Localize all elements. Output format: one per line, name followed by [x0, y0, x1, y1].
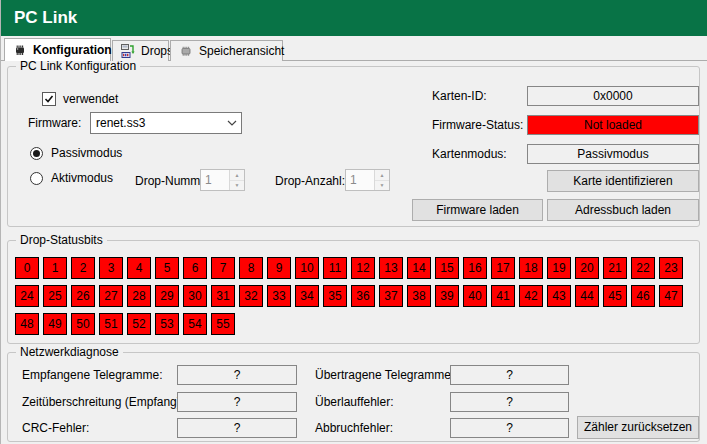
- statusbit-cell: 49: [43, 313, 67, 335]
- statusbits-grid: 0123456789101112131415161718192021222324…: [15, 257, 683, 335]
- statusbit-cell: 12: [351, 257, 375, 279]
- drop-anzahl-spinner[interactable]: 1 ▲ ▼: [345, 169, 390, 191]
- statusbit-cell: 21: [603, 257, 627, 279]
- empfangene-telegramme-value: ?: [177, 365, 297, 385]
- statusbit-cell: 14: [407, 257, 431, 279]
- statusbit-cell: 38: [407, 285, 431, 307]
- statusbit-cell: 33: [267, 285, 291, 307]
- passivmodus-radio[interactable]: Passivmodus: [30, 146, 122, 160]
- pc-link-window: PC Link Konfiguration: [0, 0, 707, 444]
- statusbit-cell: 23: [659, 257, 683, 279]
- aktivmodus-radio[interactable]: Aktivmodus: [30, 171, 113, 185]
- statusbit-cell: 54: [183, 313, 207, 335]
- statusbit-cell: 52: [127, 313, 151, 335]
- statusbit-cell: 15: [435, 257, 459, 279]
- radio-unselected-icon[interactable]: [30, 172, 43, 185]
- config-group-title: PC Link Konfiguration: [16, 59, 140, 73]
- statusbit-cell: 32: [239, 285, 263, 307]
- ueberlauffehler-label: Überlauffehler:: [315, 392, 394, 412]
- statusbit-cell: 50: [71, 313, 95, 335]
- statusbits-group: Drop-Statusbits 012345678910111213141516…: [7, 240, 700, 344]
- spinner-up-button[interactable]: ▲: [230, 170, 244, 181]
- statusbit-cell: 16: [463, 257, 487, 279]
- ueberlauffehler-value: ?: [450, 392, 569, 412]
- karte-identifizieren-button[interactable]: Karte identifizieren: [547, 170, 699, 192]
- verwendet-label: verwendet: [63, 92, 118, 106]
- statusbit-cell: 42: [519, 285, 543, 307]
- karten-id-label: Karten-ID:: [432, 86, 487, 106]
- statusbit-cell: 8: [239, 257, 263, 279]
- kartenmodus-label: Kartenmodus:: [432, 144, 507, 164]
- statusbit-cell: 48: [15, 313, 39, 335]
- statusbit-cell: 44: [575, 285, 599, 307]
- tab-konfiguration-label: Konfiguration: [33, 43, 112, 57]
- statusbit-cell: 29: [155, 285, 179, 307]
- zeitueberschreitung-value: ?: [177, 392, 297, 412]
- statusbit-cell: 6: [183, 257, 207, 279]
- statusbit-cell: 17: [491, 257, 515, 279]
- chevron-down-icon[interactable]: [223, 120, 241, 126]
- spinner-down-button[interactable]: ▼: [230, 181, 244, 191]
- statusbit-cell: 41: [491, 285, 515, 307]
- diagnostics-group-title: Netzwerkdiagnose: [16, 345, 123, 359]
- statusbit-cell: 27: [99, 285, 123, 307]
- diagnostics-group: Netzwerkdiagnose Empfangene Telegramme: …: [7, 352, 700, 442]
- checkbox-box[interactable]: [42, 92, 56, 106]
- statusbit-cell: 13: [379, 257, 403, 279]
- statusbit-cell: 19: [547, 257, 571, 279]
- statusbit-cell: 3: [99, 257, 123, 279]
- statusbit-cell: 55: [211, 313, 235, 335]
- drop-anzahl-value: 1: [346, 170, 374, 190]
- statusbit-cell: 39: [435, 285, 459, 307]
- statusbit-cell: 26: [71, 285, 95, 307]
- firmware-status-label: Firmware-Status:: [432, 115, 523, 135]
- network-drop-icon: [120, 43, 136, 59]
- checkmark-icon: [44, 94, 54, 104]
- aktivmodus-label: Aktivmodus: [51, 171, 113, 185]
- statusbit-cell: 10: [295, 257, 319, 279]
- tab-drops[interactable]: Drops: [112, 40, 169, 61]
- tab-konfiguration[interactable]: Konfiguration: [4, 38, 111, 61]
- statusbit-cell: 30: [183, 285, 207, 307]
- statusbits-group-title: Drop-Statusbits: [16, 233, 107, 247]
- statusbit-cell: 1: [43, 257, 67, 279]
- zeitueberschreitung-label: Zeitüberschreitung (Empfang):: [22, 392, 184, 412]
- statusbit-cell: 20: [575, 257, 599, 279]
- drop-nummer-value: 1: [201, 170, 229, 190]
- statusbit-cell: 45: [603, 285, 627, 307]
- zaehler-zuruecksetzen-button[interactable]: Zähler zurücksetzen: [577, 416, 699, 439]
- statusbit-cell: 31: [211, 285, 235, 307]
- statusbit-cell: 4: [127, 257, 151, 279]
- verwendet-checkbox[interactable]: verwendet: [42, 92, 118, 106]
- tab-speicheransicht[interactable]: Speicheransicht: [170, 40, 283, 61]
- statusbit-cell: 47: [659, 285, 683, 307]
- empfangene-telegramme-label: Empfangene Telegramme:: [22, 365, 163, 385]
- karten-id-value: 0x0000: [527, 86, 699, 106]
- firmware-laden-button[interactable]: Firmware laden: [412, 199, 543, 221]
- firmware-combobox-value: renet.ss3: [91, 113, 223, 133]
- statusbit-cell: 34: [295, 285, 319, 307]
- radio-selected-icon[interactable]: [30, 147, 43, 160]
- passivmodus-label: Passivmodus: [51, 146, 122, 160]
- drop-anzahl-label: Drop-Anzahl:: [275, 171, 345, 191]
- drop-nummer-spinner[interactable]: 1 ▲ ▼: [200, 169, 245, 191]
- firmware-combobox[interactable]: renet.ss3: [90, 112, 242, 134]
- statusbit-cell: 25: [43, 285, 67, 307]
- uebertragene-telegramme-label: Übertragene Telegramme:: [315, 365, 454, 385]
- config-group: PC Link Konfiguration verwendet Firmware…: [7, 66, 700, 227]
- statusbit-cell: 43: [547, 285, 571, 307]
- statusbit-cell: 7: [211, 257, 235, 279]
- statusbit-cell: 28: [127, 285, 151, 307]
- chip-icon: [12, 42, 28, 58]
- statusbit-cell: 22: [631, 257, 655, 279]
- statusbit-cell: 11: [323, 257, 347, 279]
- adressbuch-laden-button[interactable]: Adressbuch laden: [547, 199, 699, 221]
- spinner-up-button[interactable]: ▲: [375, 170, 389, 181]
- spinner-down-button[interactable]: ▼: [375, 181, 389, 191]
- statusbit-cell: 5: [155, 257, 179, 279]
- crc-fehler-label: CRC-Fehler:: [22, 418, 89, 438]
- crc-fehler-value: ?: [177, 418, 297, 438]
- abbruchfehler-value: ?: [450, 418, 569, 438]
- statusbit-cell: 2: [71, 257, 95, 279]
- memory-chip-icon: [178, 43, 194, 59]
